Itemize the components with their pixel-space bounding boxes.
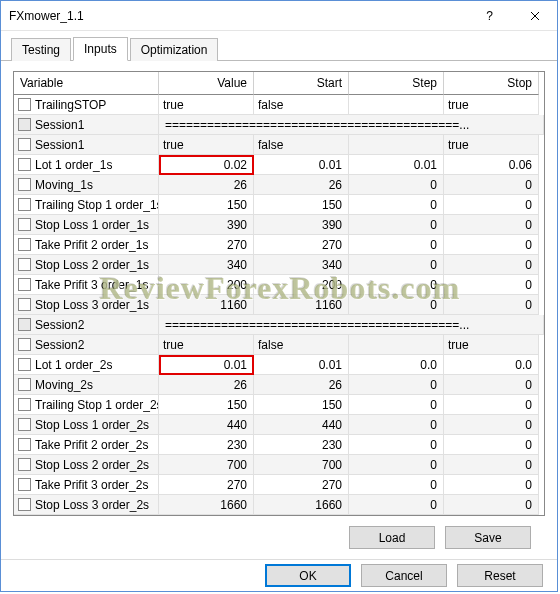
- variable-cell[interactable]: Take Prifit 3 order_2s: [14, 475, 159, 495]
- variable-cell[interactable]: Trailing Stop 1 order_2s: [14, 395, 159, 415]
- step-cell[interactable]: 0.0: [349, 355, 444, 375]
- value-cell[interactable]: true: [159, 95, 254, 115]
- checkbox-icon[interactable]: [18, 138, 31, 151]
- cancel-button[interactable]: Cancel: [361, 564, 447, 587]
- stop-cell[interactable]: 0: [444, 475, 539, 495]
- variable-cell[interactable]: Moving_2s: [14, 375, 159, 395]
- value-cell[interactable]: 0.02: [159, 155, 254, 175]
- value-cell[interactable]: 1660: [159, 495, 254, 515]
- step-cell[interactable]: 0: [349, 475, 444, 495]
- start-cell[interactable]: 150: [254, 195, 349, 215]
- variable-cell[interactable]: Stop Loss 2 order_2s: [14, 455, 159, 475]
- checkbox-icon[interactable]: [18, 378, 31, 391]
- value-cell[interactable]: 340: [159, 255, 254, 275]
- start-cell[interactable]: 1160: [254, 295, 349, 315]
- stop-cell[interactable]: true: [444, 335, 539, 355]
- stop-cell[interactable]: 0: [444, 495, 539, 515]
- start-cell[interactable]: 0.01: [254, 155, 349, 175]
- step-cell[interactable]: 0: [349, 455, 444, 475]
- start-cell[interactable]: 200: [254, 275, 349, 295]
- stop-cell[interactable]: 0.06: [444, 155, 539, 175]
- step-cell[interactable]: 0: [349, 255, 444, 275]
- checkbox-icon[interactable]: [18, 118, 31, 131]
- checkbox-icon[interactable]: [18, 498, 31, 511]
- stop-cell[interactable]: true: [444, 135, 539, 155]
- start-cell[interactable]: 700: [254, 455, 349, 475]
- checkbox-icon[interactable]: [18, 198, 31, 211]
- stop-cell[interactable]: 0: [444, 235, 539, 255]
- divider-cell[interactable]: ========================================…: [159, 315, 544, 335]
- step-cell[interactable]: [349, 335, 444, 355]
- stop-cell[interactable]: 0: [444, 275, 539, 295]
- start-cell[interactable]: 26: [254, 175, 349, 195]
- variable-cell[interactable]: Moving_1s: [14, 175, 159, 195]
- start-cell[interactable]: 0.01: [254, 355, 349, 375]
- start-cell[interactable]: 270: [254, 235, 349, 255]
- value-cell[interactable]: 390: [159, 215, 254, 235]
- variable-cell[interactable]: Take Prifit 2 order_1s: [14, 235, 159, 255]
- value-cell[interactable]: 26: [159, 375, 254, 395]
- checkbox-icon[interactable]: [18, 458, 31, 471]
- step-cell[interactable]: [349, 95, 444, 115]
- variable-cell[interactable]: Session1: [14, 135, 159, 155]
- help-button[interactable]: ?: [467, 1, 512, 30]
- step-cell[interactable]: 0: [349, 195, 444, 215]
- variable-cell[interactable]: Stop Loss 3 order_1s: [14, 295, 159, 315]
- stop-cell[interactable]: true: [444, 95, 539, 115]
- step-cell[interactable]: 0: [349, 295, 444, 315]
- variable-cell[interactable]: TrailingSTOP: [14, 95, 159, 115]
- variable-cell[interactable]: Stop Loss 1 order_2s: [14, 415, 159, 435]
- checkbox-icon[interactable]: [18, 218, 31, 231]
- start-cell[interactable]: false: [254, 135, 349, 155]
- start-cell[interactable]: 1660: [254, 495, 349, 515]
- col-variable[interactable]: Variable: [14, 72, 159, 95]
- variable-cell[interactable]: Session2: [14, 335, 159, 355]
- start-cell[interactable]: 440: [254, 415, 349, 435]
- stop-cell[interactable]: 0: [444, 195, 539, 215]
- stop-cell[interactable]: 0: [444, 435, 539, 455]
- value-cell[interactable]: 1160: [159, 295, 254, 315]
- stop-cell[interactable]: 0: [444, 175, 539, 195]
- tab-testing[interactable]: Testing: [11, 38, 71, 61]
- value-cell[interactable]: true: [159, 335, 254, 355]
- stop-cell[interactable]: 0: [444, 215, 539, 235]
- start-cell[interactable]: 340: [254, 255, 349, 275]
- checkbox-icon[interactable]: [18, 418, 31, 431]
- checkbox-icon[interactable]: [18, 178, 31, 191]
- step-cell[interactable]: 0: [349, 415, 444, 435]
- variable-cell[interactable]: Lot 1 order_1s: [14, 155, 159, 175]
- variable-cell[interactable]: Stop Loss 3 order_2s: [14, 495, 159, 515]
- value-cell[interactable]: true: [159, 135, 254, 155]
- value-cell[interactable]: 440: [159, 415, 254, 435]
- step-cell[interactable]: 0: [349, 495, 444, 515]
- value-cell[interactable]: 270: [159, 235, 254, 255]
- stop-cell[interactable]: 0: [444, 255, 539, 275]
- variable-cell[interactable]: Stop Loss 1 order_1s: [14, 215, 159, 235]
- stop-cell[interactable]: 0: [444, 295, 539, 315]
- stop-cell[interactable]: 0: [444, 415, 539, 435]
- step-cell[interactable]: [349, 135, 444, 155]
- load-button[interactable]: Load: [349, 526, 435, 549]
- step-cell[interactable]: 0: [349, 235, 444, 255]
- close-button[interactable]: [512, 1, 557, 30]
- value-cell[interactable]: 150: [159, 395, 254, 415]
- start-cell[interactable]: false: [254, 95, 349, 115]
- value-cell[interactable]: 200: [159, 275, 254, 295]
- tab-optimization[interactable]: Optimization: [130, 38, 219, 61]
- checkbox-icon[interactable]: [18, 398, 31, 411]
- checkbox-icon[interactable]: [18, 238, 31, 251]
- variable-cell[interactable]: Take Prifit 2 order_2s: [14, 435, 159, 455]
- ok-button[interactable]: OK: [265, 564, 351, 587]
- stop-cell[interactable]: 0: [444, 455, 539, 475]
- step-cell[interactable]: 0: [349, 275, 444, 295]
- checkbox-icon[interactable]: [18, 318, 31, 331]
- checkbox-icon[interactable]: [18, 438, 31, 451]
- checkbox-icon[interactable]: [18, 298, 31, 311]
- divider-cell[interactable]: ========================================…: [159, 115, 544, 135]
- checkbox-icon[interactable]: [18, 278, 31, 291]
- save-button[interactable]: Save: [445, 526, 531, 549]
- step-cell[interactable]: 0: [349, 175, 444, 195]
- start-cell[interactable]: 270: [254, 475, 349, 495]
- value-cell[interactable]: 0.01: [159, 355, 254, 375]
- stop-cell[interactable]: 0.0: [444, 355, 539, 375]
